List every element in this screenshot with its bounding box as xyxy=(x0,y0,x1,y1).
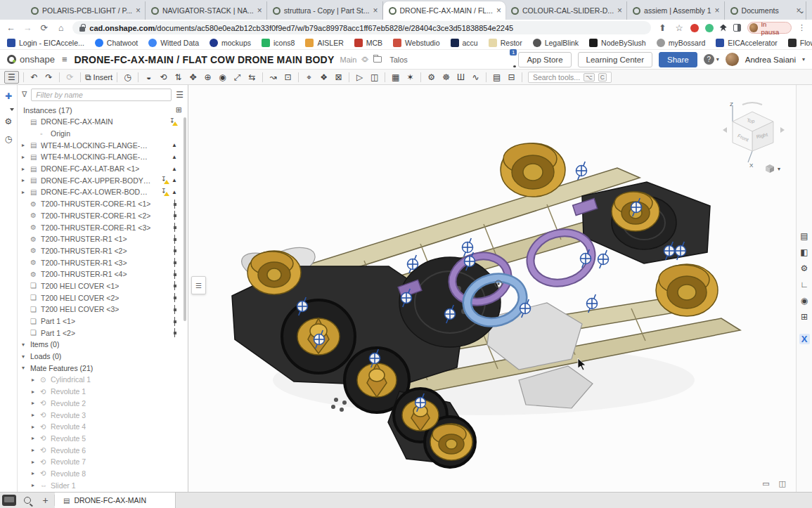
bookmark-item[interactable]: icons8 xyxy=(262,39,295,47)
bookmark-item[interactable]: Login - EICAccele... xyxy=(7,39,84,47)
back-icon[interactable]: ← xyxy=(6,23,16,33)
onshape-logo[interactable]: onshape xyxy=(7,54,55,65)
browser-tab[interactable]: NAVIGATOR-STACK | NA... × xyxy=(146,1,267,20)
rack-relation-icon[interactable]: Ш xyxy=(453,71,468,84)
view-cube-menu[interactable]: ▾ xyxy=(765,164,780,174)
bookmark-item[interactable]: accu xyxy=(451,39,478,47)
mate-connector-rail-icon[interactable]: ✚ xyxy=(5,91,12,101)
panel-toggle-button[interactable]: ☰ xyxy=(191,276,206,294)
home-icon[interactable]: ⌂ xyxy=(56,23,66,33)
view-cube[interactable]: Z X Top Front Right xyxy=(721,100,786,168)
bookmark-item[interactable]: Webstudio xyxy=(393,39,439,47)
bookmark-item[interactable]: Flowrite xyxy=(788,39,812,47)
browser-tab[interactable]: assiem | Assembly 1 × xyxy=(627,1,725,20)
bookmark-item[interactable]: MCB xyxy=(354,39,382,47)
instance-row[interactable]: ▸ ▤ DRONE-FC-AX-UPPER-BODY <1> ▲ xyxy=(18,174,188,186)
chevron-icon[interactable]: ▸ xyxy=(22,177,30,183)
instance-row[interactable]: ▸ ▤ WTE4-M-LOCKING-FLANGE-SEAL-R1-R... ▲ xyxy=(18,151,188,163)
chevron-icon[interactable]: ▸ xyxy=(32,470,40,476)
browser-tab[interactable]: [ ACRYLIC SPOOL PROT... × xyxy=(806,1,812,20)
instance-row[interactable]: ▸ ⟲ Revolute 5 xyxy=(18,433,188,445)
fastened-icon[interactable]: ⊕ xyxy=(200,71,215,84)
circular-pattern-icon[interactable]: ✶ xyxy=(403,71,418,84)
tab-search-menu[interactable]: ⌄ xyxy=(799,6,805,15)
instance-row[interactable]: ▸ ⟲ Revolute 3 xyxy=(18,409,188,421)
chevron-icon[interactable]: ▸ xyxy=(32,459,40,465)
instance-row[interactable]: ⚙ T200-THRUSTER-R1 <3> xyxy=(18,256,188,268)
mechanism-icon[interactable]: ⚙ xyxy=(424,71,439,84)
forward-icon[interactable]: → xyxy=(22,23,33,33)
document-menu-icon[interactable]: ≡ xyxy=(62,54,67,65)
history-icon[interactable]: ◷ xyxy=(5,134,12,144)
url-field[interactable]: cad.onshape.com/documents/ac580e0ea2b12c… xyxy=(72,21,651,34)
instance-row[interactable]: ⚙ T200-THRUSTER-R1 <4> xyxy=(18,268,188,280)
instance-row[interactable]: ⚙ T200-THRUSTER-CORE-R1 <3> xyxy=(18,221,188,233)
browser-tab[interactable]: struttura - Copy | Part St... × xyxy=(267,1,383,20)
planar-mate-icon[interactable]: ✥ xyxy=(186,71,200,84)
mate-connector-icon[interactable]: ⌖ xyxy=(302,71,316,84)
chevron-icon[interactable]: ▾ xyxy=(22,353,30,360)
update-linked-icon[interactable]: ⟳ xyxy=(63,71,77,84)
search-tabs-icon[interactable] xyxy=(24,497,31,504)
linear-pattern-icon[interactable]: ▦ xyxy=(388,71,403,84)
panel-scrollbar[interactable] xyxy=(183,117,186,321)
instance-row[interactable]: ⚙ T200-THRUSTER-CORE-R1 <1> xyxy=(18,198,188,210)
gear-relation-icon[interactable]: ☸ xyxy=(439,71,453,84)
instance-row[interactable]: ❏ Part 1 <2> xyxy=(18,327,188,339)
bookmark-item[interactable]: myBossard xyxy=(657,39,706,47)
cylindrical-mate-icon[interactable]: ⤢ xyxy=(230,71,245,84)
filter-input[interactable] xyxy=(31,89,172,101)
bookmark-item[interactable]: NodeBySlush xyxy=(589,39,646,47)
instance-row[interactable]: ❏ T200 HELI COVER <2> xyxy=(18,292,188,304)
chevron-icon[interactable]: ▾ xyxy=(22,365,30,371)
transform-icon[interactable]: ▷ xyxy=(352,71,367,84)
user-name[interactable]: Andrea Saiani xyxy=(745,56,796,64)
instance-row[interactable]: ▸ ⇔ Slider 1 xyxy=(18,479,188,491)
instance-row[interactable]: ▸ ⟲ Revolute 1 xyxy=(18,386,188,398)
instance-row[interactable]: ▤ DRONE-FC-AX-MAIN xyxy=(18,116,188,128)
profile-chip[interactable]: In pausa xyxy=(747,22,792,34)
instance-row[interactable]: ▸ ▤ DRONE-FC-AX-LOWER-BODY <1> ▲ xyxy=(18,186,188,198)
chevron-icon[interactable]: ▸ xyxy=(32,482,40,488)
learning-center-button[interactable]: Learning Center xyxy=(578,52,652,67)
chevron-icon[interactable]: ▸ xyxy=(22,154,30,160)
sheet-metal-icon[interactable]: ∟ xyxy=(800,280,808,289)
instance-row[interactable]: ▸ ▤ DRONE-FC-AX-LAT-BAR <1> ▲ xyxy=(18,163,188,175)
browser-tab[interactable]: COLOUR-CAL-SLIDER-D... × xyxy=(505,1,627,20)
snap-mode-icon[interactable]: ⊠ xyxy=(331,71,346,84)
chevron-icon[interactable]: ▸ xyxy=(22,189,30,195)
parts-config-icon[interactable]: ⚙ xyxy=(801,263,808,273)
bookmark-item[interactable]: mockups xyxy=(210,39,251,47)
redo-icon[interactable]: ↷ xyxy=(41,71,56,84)
close-icon[interactable]: × xyxy=(136,6,141,15)
close-icon[interactable]: × xyxy=(496,6,501,15)
instance-row[interactable]: ❏ Part 1 <1> xyxy=(18,315,188,327)
close-icon[interactable]: × xyxy=(257,6,262,15)
browser-tab[interactable]: Documents × xyxy=(725,1,806,20)
instance-row[interactable]: ▸ ⟲ Revolute 7 xyxy=(18,456,188,468)
replicate-icon[interactable]: ❖ xyxy=(316,71,331,84)
browser-tab[interactable]: POLARIS-PCB-LIGHT / P... × xyxy=(25,1,146,20)
3d-viewport[interactable]: Z X Top Front Right ▾ ☰ ▭◫ xyxy=(188,85,796,492)
instance-row[interactable]: ▸ ⟲ Revolute 2 xyxy=(18,398,188,410)
appearance-icon[interactable]: ◉ xyxy=(801,296,808,306)
chevron-icon[interactable]: ▸ xyxy=(32,435,40,441)
instance-row[interactable]: ▸ ⊙ Cylindrical 1 xyxy=(18,374,188,386)
filter-icon[interactable]: ∇ xyxy=(22,90,27,99)
share-button[interactable]: Share xyxy=(659,52,697,67)
xometry-app-icon[interactable]: X xyxy=(799,334,810,344)
slider-mate-icon[interactable]: ⇅ xyxy=(171,71,186,84)
user-avatar[interactable] xyxy=(726,53,739,66)
bookmark-item[interactable]: Restor xyxy=(489,39,522,47)
search-tools-field[interactable]: Search tools... ⌥ C xyxy=(528,72,612,83)
folder-label[interactable]: Talos xyxy=(389,56,408,64)
units-icon[interactable]: ◫ xyxy=(779,479,786,488)
undo-icon[interactable]: ↶ xyxy=(27,71,41,84)
instance-row[interactable]: ⚙ T200-THRUSTER-R1 <2> xyxy=(18,245,188,257)
extension-red-icon[interactable] xyxy=(690,24,699,32)
share-icon[interactable]: ⬆ xyxy=(657,22,668,33)
instance-row[interactable]: ⚙ T200-THRUSTER-CORE-R1 <2> xyxy=(18,210,188,222)
browser-tab[interactable]: DRONE-FC-AX-MAIN / FL... × xyxy=(383,1,505,20)
close-icon[interactable]: × xyxy=(715,6,720,15)
belt-relation-icon[interactable]: ∿ xyxy=(468,71,483,84)
